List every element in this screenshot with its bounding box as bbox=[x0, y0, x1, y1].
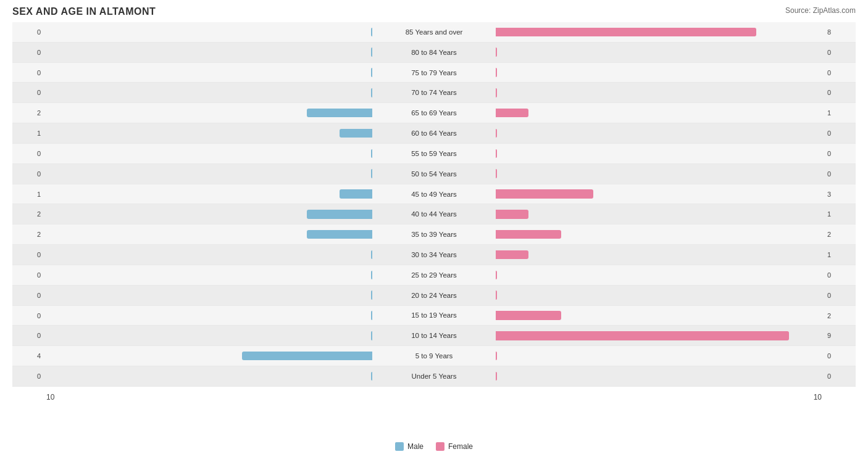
female-bar-container bbox=[496, 126, 822, 140]
age-label: 85 Years and over bbox=[406, 28, 463, 36]
legend: Male Female bbox=[395, 442, 473, 451]
rows-container: 085 Years and over8080 to 84 Years0075 t… bbox=[12, 22, 856, 387]
bars-wrapper: 45 to 49 Years bbox=[46, 187, 822, 200]
female-value: 8 bbox=[825, 28, 856, 36]
female-value: 0 bbox=[825, 49, 856, 56]
age-label-wrap: 40 to 44 Years bbox=[372, 210, 496, 218]
male-bar-container bbox=[46, 308, 372, 322]
female-bar-container bbox=[496, 86, 822, 99]
bars-wrapper: 65 to 69 Years bbox=[46, 106, 822, 120]
axis-bottom: 10 10 bbox=[12, 388, 856, 406]
female-bar bbox=[496, 189, 593, 198]
bars-wrapper: 70 to 74 Years bbox=[46, 86, 822, 99]
male-bar-container bbox=[46, 46, 372, 59]
table-row: 45 to 9 Years0 bbox=[12, 346, 856, 366]
bars-wrapper: 30 to 34 Years bbox=[46, 248, 822, 261]
table-row: 030 to 34 Years1 bbox=[12, 245, 856, 265]
bars-wrapper: 25 to 29 Years bbox=[46, 268, 822, 282]
female-value: 3 bbox=[825, 191, 856, 198]
age-label: 40 to 44 Years bbox=[411, 210, 457, 218]
female-value: 0 bbox=[825, 352, 856, 360]
table-row: 240 to 44 Years1 bbox=[12, 204, 856, 224]
female-bar-container bbox=[496, 308, 822, 322]
age-label: 30 to 34 Years bbox=[411, 251, 457, 258]
bars-wrapper: 50 to 54 Years bbox=[46, 167, 822, 181]
age-label: 35 to 39 Years bbox=[411, 231, 457, 238]
axis-right-label: 10 bbox=[814, 393, 822, 401]
female-value: 2 bbox=[825, 312, 856, 319]
male-bar bbox=[340, 129, 372, 138]
table-row: 160 to 64 Years0 bbox=[12, 123, 856, 144]
age-label: 55 to 59 Years bbox=[411, 150, 457, 157]
table-row: 145 to 49 Years3 bbox=[12, 184, 856, 205]
table-row: 075 to 79 Years0 bbox=[12, 63, 856, 83]
male-value: 0 bbox=[12, 49, 43, 56]
female-value: 0 bbox=[825, 89, 856, 96]
female-bar-container bbox=[496, 349, 822, 363]
female-bar-container bbox=[496, 46, 822, 59]
female-value: 0 bbox=[825, 292, 856, 299]
male-bar-container bbox=[46, 329, 372, 342]
female-bar-container bbox=[496, 187, 822, 200]
male-value: 0 bbox=[12, 373, 43, 380]
male-value: 0 bbox=[12, 332, 43, 339]
age-label-wrap: 45 to 49 Years bbox=[372, 191, 496, 198]
female-value: 1 bbox=[825, 109, 856, 117]
female-bar-container bbox=[496, 106, 822, 120]
male-bar-container bbox=[46, 106, 372, 120]
male-bar-container bbox=[46, 187, 372, 200]
female-value: 0 bbox=[825, 130, 856, 137]
female-bar bbox=[496, 271, 497, 279]
male-bar-container bbox=[46, 248, 372, 261]
female-bar bbox=[496, 47, 497, 56]
age-label-wrap: 35 to 39 Years bbox=[372, 231, 496, 238]
bars-wrapper: 35 to 39 Years bbox=[46, 228, 822, 241]
male-value: 0 bbox=[12, 292, 43, 299]
female-bar bbox=[496, 28, 756, 36]
age-label: 80 to 84 Years bbox=[411, 49, 457, 56]
age-label: 70 to 74 Years bbox=[411, 89, 457, 96]
male-bar bbox=[242, 352, 372, 360]
bars-wrapper: 75 to 79 Years bbox=[46, 65, 822, 79]
female-bar-container bbox=[496, 268, 822, 282]
bars-wrapper: 80 to 84 Years bbox=[46, 46, 822, 59]
age-label-wrap: 65 to 69 Years bbox=[372, 109, 496, 117]
age-label-wrap: 15 to 19 Years bbox=[372, 311, 496, 319]
female-bar bbox=[496, 250, 528, 259]
age-label-wrap: 20 to 24 Years bbox=[372, 292, 496, 299]
table-row: 050 to 54 Years0 bbox=[12, 164, 856, 184]
female-bar-container bbox=[496, 248, 822, 261]
male-value: 1 bbox=[12, 191, 43, 198]
female-bar bbox=[496, 352, 497, 360]
bars-wrapper: 55 to 59 Years bbox=[46, 147, 822, 160]
table-row: 085 Years and over8 bbox=[12, 22, 856, 43]
male-value: 0 bbox=[12, 28, 43, 36]
male-bar-container bbox=[46, 147, 372, 160]
age-label: 65 to 69 Years bbox=[411, 109, 457, 117]
age-label-wrap: 55 to 59 Years bbox=[372, 150, 496, 157]
age-label-wrap: 25 to 29 Years bbox=[372, 271, 496, 279]
female-bar bbox=[496, 88, 497, 97]
age-label-wrap: 60 to 64 Years bbox=[372, 130, 496, 137]
bars-wrapper: 10 to 14 Years bbox=[46, 329, 822, 342]
male-bar-container bbox=[46, 65, 372, 79]
female-bar bbox=[496, 311, 561, 319]
female-value: 0 bbox=[825, 170, 856, 178]
male-bar-container bbox=[46, 349, 372, 363]
age-label-wrap: 85 Years and over bbox=[372, 28, 496, 36]
age-label-wrap: 75 to 79 Years bbox=[372, 69, 496, 76]
legend-male: Male bbox=[395, 442, 424, 451]
female-bar bbox=[496, 290, 497, 299]
age-label: 5 to 9 Years bbox=[415, 352, 453, 360]
age-label: 20 to 24 Years bbox=[411, 292, 457, 299]
male-value: 0 bbox=[12, 251, 43, 258]
male-value: 1 bbox=[12, 130, 43, 137]
age-label-wrap: 10 to 14 Years bbox=[372, 332, 496, 339]
age-label-wrap: 80 to 84 Years bbox=[372, 49, 496, 56]
table-row: 0Under 5 Years0 bbox=[12, 366, 856, 387]
age-label: 50 to 54 Years bbox=[411, 170, 457, 178]
female-bar-container bbox=[496, 25, 822, 39]
female-bar bbox=[496, 169, 497, 178]
male-bar-container bbox=[46, 86, 372, 99]
female-bar-container bbox=[496, 228, 822, 241]
